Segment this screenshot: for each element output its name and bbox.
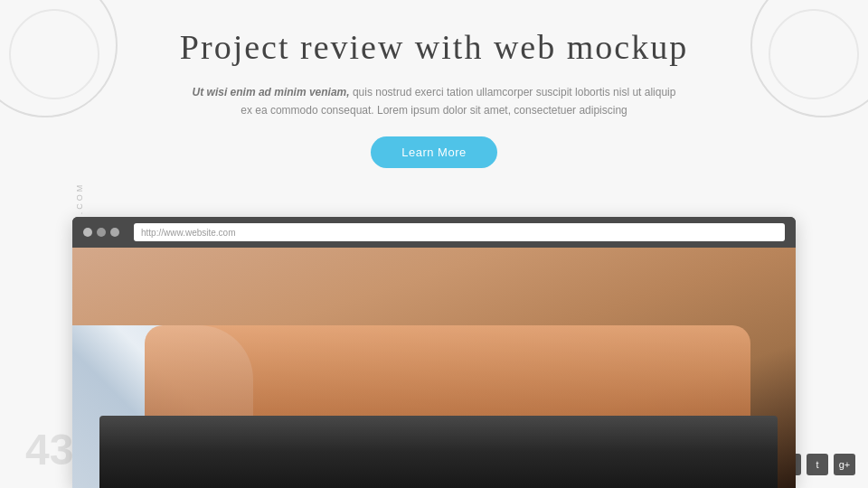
page-title: Project review with web mockup — [54, 27, 814, 67]
browser-mockup: http://www.website.com — [72, 217, 796, 488]
main-content: Project review with web mockup Ut wisi e… — [0, 0, 868, 186]
twitter-icon[interactable]: t — [807, 454, 828, 475]
google-plus-icon[interactable]: g+ — [834, 454, 855, 475]
address-text: http://www.website.com — [141, 228, 235, 238]
keyboard-decoration — [99, 416, 778, 488]
subtitle: Ut wisi enim ad minim veniam, quis nostr… — [190, 83, 678, 120]
window-dot-2 — [97, 228, 106, 237]
browser-window-controls — [83, 228, 119, 237]
browser-toolbar: http://www.website.com — [72, 217, 796, 248]
browser-content — [72, 248, 796, 488]
window-dot-1 — [83, 228, 92, 237]
learn-more-button[interactable]: Learn More — [371, 136, 496, 168]
address-bar[interactable]: http://www.website.com — [134, 223, 785, 241]
subtitle-bold: Ut wisi enim ad minim veniam, — [193, 86, 350, 99]
page-number: 43 — [25, 428, 73, 472]
window-dot-3 — [110, 228, 119, 237]
